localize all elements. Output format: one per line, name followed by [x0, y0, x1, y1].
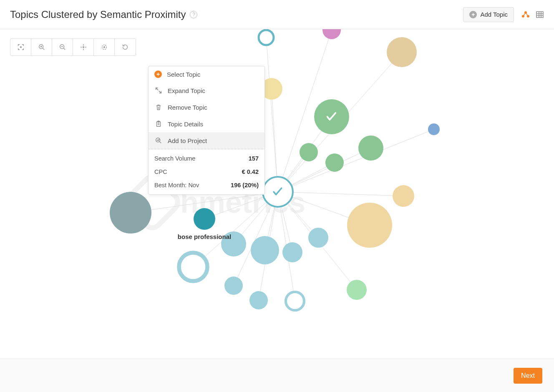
svg-line-10	[266, 38, 278, 192]
svg-line-39	[63, 48, 65, 50]
add-topic-button[interactable]: + Add Topic	[463, 7, 514, 22]
cluster-chart[interactable]	[0, 29, 554, 359]
cluster-node[interactable]	[110, 192, 151, 234]
cluster-node[interactable]	[282, 242, 302, 262]
cluster-node[interactable]	[179, 253, 207, 281]
reset-button[interactable]	[115, 39, 136, 55]
stat-search-volume: Search Volume 157	[149, 152, 264, 165]
page-footer: Next	[0, 359, 554, 392]
center-button[interactable]	[73, 39, 94, 55]
next-button[interactable]: Next	[514, 368, 542, 384]
fit-screen-button[interactable]	[10, 39, 31, 55]
plus-icon: +	[469, 11, 477, 18]
page-title: Topics Clustered by Semantic Proximity	[10, 9, 186, 20]
topic-context-menu: + Select Topic Expand Topic Remove Topic…	[148, 66, 265, 195]
svg-point-33	[20, 47, 21, 48]
zoom-in-button[interactable]	[31, 39, 52, 55]
focus-button[interactable]	[94, 39, 115, 55]
cluster-node[interactable]	[308, 228, 328, 248]
clipboard-icon	[154, 120, 163, 128]
selected-node-label: bose professional	[178, 233, 231, 240]
ctx-remove-topic[interactable]: Remove Topic	[149, 99, 264, 116]
stat-best-month: Best Month: Nov 196 (20%)	[149, 178, 264, 192]
svg-line-35	[43, 48, 44, 50]
header-actions: + Add Topic	[463, 7, 544, 22]
ctx-stats: Search Volume 157 CPC € 0.42 Best Month:…	[149, 149, 264, 194]
stat-label: Search Volume	[154, 155, 195, 162]
cluster-node[interactable]	[325, 153, 344, 172]
cluster-node[interactable]	[194, 208, 215, 230]
svg-point-41	[83, 47, 84, 48]
zoom-out-button[interactable]	[52, 39, 73, 55]
cluster-node[interactable]	[249, 291, 268, 309]
cluster-node[interactable]	[251, 236, 279, 264]
cluster-node[interactable]	[286, 292, 304, 310]
cluster-node[interactable]	[347, 280, 367, 300]
ctx-topic-details[interactable]: Topic Details	[149, 116, 264, 132]
svg-point-47	[103, 47, 105, 48]
cluster-canvas[interactable]: hmetrics bose professional + Select Topi…	[0, 29, 554, 359]
cluster-node[interactable]	[224, 276, 243, 295]
cluster-node[interactable]	[428, 123, 440, 135]
ctx-label: Topic Details	[168, 121, 203, 128]
page-header: Topics Clustered by Semantic Proximity ?…	[0, 0, 554, 29]
cluster-node[interactable]	[393, 185, 414, 207]
ctx-label: Select Topic	[167, 71, 201, 78]
cluster-node[interactable]	[259, 30, 274, 45]
chart-toolbar	[10, 38, 136, 56]
stat-value: 157	[249, 155, 259, 162]
cluster-node[interactable]	[300, 143, 318, 161]
stat-value: € 0.42	[242, 168, 259, 175]
cluster-view-icon[interactable]	[521, 10, 530, 19]
project-icon	[154, 136, 163, 145]
svg-line-3	[523, 13, 526, 16]
help-icon[interactable]: ?	[190, 11, 197, 18]
svg-line-18	[278, 129, 434, 192]
ctx-expand-topic[interactable]: Expand Topic	[149, 82, 264, 99]
svg-line-54	[160, 142, 161, 143]
trash-icon	[154, 103, 163, 111]
cluster-node[interactable]	[387, 37, 417, 67]
stat-label: CPC	[154, 168, 167, 175]
ctx-label: Add to Project	[168, 137, 207, 144]
cluster-node[interactable]	[358, 136, 383, 161]
ctx-label: Expand Topic	[168, 87, 205, 94]
stat-cpc: CPC € 0.42	[149, 165, 264, 178]
svg-line-4	[526, 13, 528, 16]
ctx-label: Remove Topic	[168, 104, 207, 111]
table-view-icon[interactable]	[536, 10, 544, 19]
add-topic-label: Add Topic	[480, 11, 508, 18]
expand-icon	[154, 86, 163, 95]
stat-value: 196 (20%)	[231, 182, 259, 188]
svg-line-30	[278, 192, 403, 196]
plus-circle-icon: +	[154, 70, 162, 78]
cluster-node[interactable]	[347, 203, 392, 248]
svg-rect-5	[536, 12, 543, 18]
ctx-add-to-project[interactable]: Add to Project	[149, 132, 264, 149]
ctx-select-topic[interactable]: + Select Topic	[149, 66, 264, 82]
stat-label: Best Month: Nov	[154, 182, 199, 188]
view-switcher	[521, 10, 544, 19]
cluster-node[interactable]	[322, 29, 341, 39]
